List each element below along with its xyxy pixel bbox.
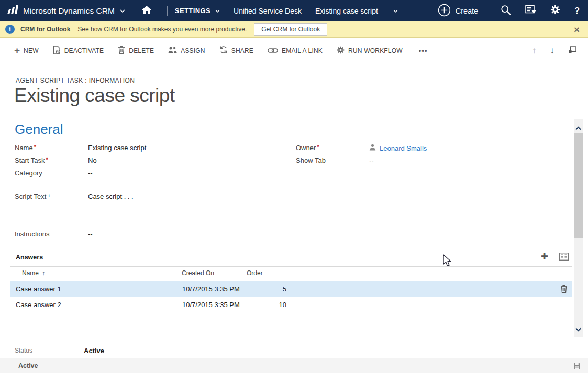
field-category: Category -- [15,169,93,177]
advanced-find-icon [525,5,536,17]
topnav-actions: Create ? [438,4,580,18]
next-record-icon[interactable]: ↓ [550,46,555,56]
column-header-spacer [292,267,572,279]
create-button[interactable]: Create [438,4,479,18]
answers-heading: Answers [16,254,43,261]
required-marker: * [34,144,36,150]
previous-record-icon[interactable]: ↑ [532,46,537,56]
popout-icon[interactable] [568,46,576,56]
nav-record-label: Existing case script [315,7,378,15]
status-value: Active [84,347,104,355]
footer-state-bar: Active [0,358,588,373]
nav-current-record[interactable]: Existing case script [315,7,398,15]
record-navigation: ↑ ↓ [532,46,588,56]
share-icon [219,46,228,56]
status-label: Status [15,347,84,354]
home-button[interactable] [142,6,151,16]
scroll-up-icon[interactable] [575,123,581,132]
command-overflow-button[interactable]: ••• [419,47,428,55]
column-header-order[interactable]: Order [240,267,292,279]
field-instructions: Instructions -- [15,230,93,238]
field-owner: Owner* Leonard Smalls [296,144,427,152]
nav-unified-service-desk[interactable]: Unified Service Desk [234,7,302,15]
field-name: Name* Existing case script [15,144,146,152]
script-text-value[interactable]: Case script . . . [88,193,134,200]
answer-row-1[interactable]: Case answer 1 10/7/2015 3:35 PM 5 [10,281,572,297]
name-value[interactable]: Existing case script [88,144,146,152]
deactivate-label: DEACTIVATE [64,47,104,54]
answers-table: Name ↑ Created On Order Case answer 1 10… [10,266,572,312]
info-icon: i [5,25,15,34]
save-button[interactable] [573,362,581,369]
delete-label: DELETE [129,47,154,54]
new-button[interactable]: + NEW [14,47,39,55]
section-general-heading[interactable]: General [15,121,63,138]
field-show-tab: Show Tab -- [296,156,374,164]
email-a-link-label: EMAIL A LINK [282,47,323,54]
record-state-value: Active [18,362,38,369]
scrollbar-thumb[interactable] [574,133,583,238]
field-script-text: Script Text+ Case script . . . [15,193,134,200]
answer-created-on: 10/7/2015 3:35 PM [173,285,240,293]
assign-label: ASSIGN [181,47,205,54]
category-label: Category [15,169,88,177]
notification-bar: i CRM for Outlook See how CRM for Outloo… [0,21,588,38]
start-task-label: Start Task* [15,156,88,164]
home-icon [142,6,151,16]
search-button[interactable] [501,5,511,17]
nav-record-divider [386,7,386,15]
assign-people-icon [168,46,177,56]
scroll-down-icon[interactable] [575,324,581,334]
top-navigation-bar: Microsoft Dynamics CRM SETTINGS Unified … [0,0,588,21]
app-brand[interactable]: Microsoft Dynamics CRM [7,5,125,16]
start-task-value[interactable]: No [88,156,97,164]
deactivate-button[interactable]: DEACTIVATE [53,46,104,56]
nav-settings[interactable]: SETTINGS [175,7,220,15]
status-row: Status Active [0,343,588,358]
nav-settings-label: SETTINGS [175,7,210,15]
open-grid-view-button[interactable] [559,253,569,263]
delete-button[interactable]: DELETE [118,46,154,56]
crm-window: Microsoft Dynamics CRM SETTINGS Unified … [0,0,588,373]
chevron-down-icon[interactable] [393,9,398,13]
answer-name: Case answer 1 [10,285,173,293]
search-icon [501,5,511,17]
category-value[interactable]: -- [88,169,93,177]
link-icon [268,46,278,55]
sort-ascending-icon: ↑ [42,269,45,277]
run-workflow-button[interactable]: RUN WORKFLOW [337,46,403,56]
answer-row-2[interactable]: Case answer 2 10/7/2015 3:35 PM 10 [10,297,572,312]
instructions-label: Instructions [15,230,88,238]
settings-gear-button[interactable] [550,5,560,17]
close-icon[interactable]: × [574,25,580,35]
vertical-scrollbar[interactable] [574,119,583,337]
help-button[interactable]: ? [574,6,580,16]
person-icon [369,144,376,152]
answer-order: 10 [240,301,292,309]
delete-row-icon[interactable] [560,285,568,295]
deactivate-icon [53,46,61,56]
assign-button[interactable]: ASSIGN [168,46,205,56]
script-text-label: Script Text+ [15,193,88,200]
column-header-created-on[interactable]: Created On [173,267,240,279]
add-answer-button[interactable]: + [541,250,548,263]
owner-value: Leonard Smalls [369,144,427,152]
entity-breadcrumb: AGENT SCRIPT TASK : INFORMATION [16,77,135,84]
workflow-gear-icon [337,46,345,56]
required-marker: * [46,156,48,163]
dynamics-logo-icon [7,5,19,16]
share-label: SHARE [231,47,253,54]
advanced-find-button[interactable] [525,5,536,17]
email-a-link-button[interactable]: EMAIL A LINK [268,46,323,55]
column-header-name[interactable]: Name ↑ [10,269,173,277]
owner-link[interactable]: Leonard Smalls [380,144,427,152]
show-tab-value[interactable]: -- [369,156,374,164]
chevron-down-icon [215,9,220,13]
answer-name: Case answer 2 [10,301,173,309]
get-crm-outlook-button[interactable]: Get CRM for Outlook [254,23,327,36]
instructions-value[interactable]: -- [88,230,93,238]
share-button[interactable]: SHARE [219,46,253,56]
new-label: NEW [24,47,39,54]
command-bar: + NEW DEACTIVATE DELETE ASSIGN SHARE [0,38,588,64]
trash-icon [118,46,125,56]
